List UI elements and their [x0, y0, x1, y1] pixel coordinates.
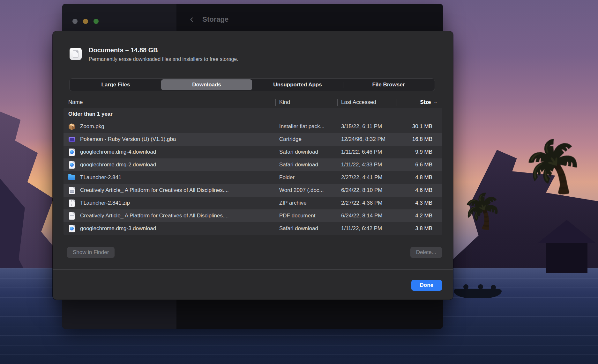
- file-name: googlechrome.dmg-4.download: [80, 149, 156, 155]
- package-icon: 📦: [68, 123, 75, 130]
- dialog-header: Documents – 14.88 GB Permanently erase d…: [70, 47, 238, 62]
- dialog-title: Documents – 14.88 GB: [89, 47, 238, 54]
- file-last-accessed: 2/27/22, 4:41 PM: [337, 174, 397, 181]
- table-body: 📦Zoom.pkgInstaller flat pack...3/15/22, …: [64, 120, 442, 235]
- file-last-accessed: 3/15/22, 6:11 PM: [337, 123, 397, 130]
- file-kind: Installer flat pack...: [275, 123, 337, 130]
- table-row[interactable]: Creatively Article_ A Platform for Creat…: [64, 184, 442, 197]
- file-size: 16.8 MB: [397, 136, 437, 142]
- folder-icon: [68, 174, 75, 181]
- safari-download-icon: [68, 161, 75, 169]
- file-name: Pokemon - Ruby Version (U) (V1.1).gba: [80, 136, 176, 142]
- file-name-cell: TLauncher-2.841.zip: [68, 199, 275, 207]
- column-header-size[interactable]: Size ⌄: [397, 99, 437, 106]
- file-name: Zoom.pkg: [80, 123, 104, 130]
- storage-documents-dialog: Documents – 14.88 GB Permanently erase d…: [53, 31, 453, 300]
- pdf-doc-icon: [68, 212, 75, 220]
- table-row[interactable]: Pokemon - Ruby Version (U) (V1.1).gbaCar…: [64, 133, 442, 146]
- table-row[interactable]: 📦Zoom.pkgInstaller flat pack...3/15/22, …: [64, 120, 442, 133]
- file-size: 4.2 MB: [397, 213, 437, 219]
- file-name: Creatively Article_ A Platform for Creat…: [80, 187, 229, 193]
- table-row[interactable]: TLauncher-2.841.zipZIP archive2/27/22, 4…: [64, 197, 442, 209]
- file-kind: Safari download: [275, 149, 337, 155]
- file-last-accessed: 6/24/22, 8:14 PM: [337, 213, 397, 219]
- documents-icon: [70, 48, 82, 60]
- word-doc-icon: [68, 186, 75, 194]
- file-kind: PDF document: [275, 213, 337, 219]
- sort-chevron-icon: ⌄: [433, 99, 437, 105]
- dialog-subtitle: Permanently erase downloaded files and i…: [89, 56, 238, 62]
- palm-tree-icon: 🌴: [519, 134, 588, 200]
- done-button[interactable]: Done: [411, 280, 442, 291]
- file-size: 30.1 MB: [397, 123, 437, 130]
- file-kind: Cartridge: [275, 136, 337, 142]
- file-last-accessed: 1/11/22, 4:33 PM: [337, 162, 397, 168]
- cartridge-icon: [68, 135, 75, 143]
- file-name-cell: Pokemon - Ruby Version (U) (V1.1).gba: [68, 135, 275, 143]
- column-header-last-accessed[interactable]: Last Accessed: [337, 99, 397, 106]
- safari-download-icon: [68, 225, 75, 232]
- zip-icon: [68, 199, 75, 207]
- file-last-accessed: 6/24/22, 8:10 PM: [337, 187, 397, 193]
- file-name: googlechrome.dmg-2.download: [80, 162, 156, 168]
- file-kind: Safari download: [275, 162, 337, 168]
- table-row[interactable]: googlechrome.dmg-4.downloadSafari downlo…: [64, 146, 442, 158]
- file-name-cell: TLauncher-2.841: [68, 174, 275, 181]
- table-row[interactable]: googlechrome.dmg-3.downloadSafari downlo…: [64, 222, 442, 235]
- desktop: 🌴 🌴 ‹ Storage Documents – 14.88 GB Perma…: [0, 0, 598, 364]
- file-kind: Folder: [275, 174, 337, 181]
- file-size: 4.3 MB: [397, 200, 437, 206]
- file-name: Creatively Article_ A Platform for Creat…: [80, 213, 229, 219]
- wallpaper-hut: [538, 220, 595, 273]
- file-name-cell: googlechrome.dmg-4.download: [68, 148, 275, 156]
- footer-divider: [53, 269, 453, 270]
- file-name-cell: 📦Zoom.pkg: [68, 123, 275, 130]
- tab-unsupported-apps[interactable]: Unsupported Apps: [252, 79, 343, 90]
- file-last-accessed: 2/27/22, 4:38 PM: [337, 200, 397, 206]
- file-kind: Word 2007 (.doc...: [275, 187, 337, 193]
- wallpaper-boat: [454, 289, 502, 298]
- file-last-accessed: 1/11/22, 6:46 PM: [337, 149, 397, 155]
- file-kind: ZIP archive: [275, 200, 337, 206]
- table-header: Name Kind Last Accessed Size ⌄: [64, 97, 442, 108]
- file-size: 9.9 MB: [397, 149, 437, 155]
- file-name-cell: Creatively Article_ A Platform for Creat…: [68, 186, 275, 194]
- file-name: googlechrome.dmg-3.download: [80, 225, 156, 232]
- file-table: Older than 1 year 📦Zoom.pkgInstaller fla…: [64, 108, 442, 235]
- file-size: 4.6 MB: [397, 187, 437, 193]
- action-buttons: Show in Finder Delete...: [67, 247, 442, 258]
- column-header-kind[interactable]: Kind: [275, 99, 337, 106]
- safari-download-icon: [68, 148, 75, 156]
- file-size: 4.8 MB: [397, 174, 437, 181]
- table-row[interactable]: Creatively Article_ A Platform for Creat…: [64, 209, 442, 222]
- file-last-accessed: 12/24/96, 8:32 PM: [337, 136, 397, 142]
- file-name-cell: googlechrome.dmg-3.download: [68, 225, 275, 232]
- file-kind: Safari download: [275, 225, 337, 232]
- delete-button[interactable]: Delete...: [410, 247, 442, 258]
- file-name-cell: Creatively Article_ A Platform for Creat…: [68, 212, 275, 220]
- show-in-finder-button[interactable]: Show in Finder: [67, 247, 115, 258]
- section-header: Older than 1 year: [64, 108, 442, 120]
- table-row[interactable]: TLauncher-2.841Folder2/27/22, 4:41 PM4.8…: [64, 171, 442, 184]
- file-name-cell: googlechrome.dmg-2.download: [68, 161, 275, 169]
- table-row[interactable]: googlechrome.dmg-2.downloadSafari downlo…: [64, 158, 442, 171]
- file-name: TLauncher-2.841: [80, 174, 121, 181]
- file-last-accessed: 1/11/22, 6:42 PM: [337, 225, 397, 232]
- file-size: 3.8 MB: [397, 225, 437, 232]
- tab-downloads[interactable]: Downloads: [161, 79, 252, 90]
- tab-bar: Large FilesDownloadsUnsupported AppsFile…: [69, 78, 435, 91]
- tab-file-browser[interactable]: File Browser: [343, 79, 434, 90]
- file-name: TLauncher-2.841.zip: [80, 200, 130, 206]
- column-header-name[interactable]: Name: [68, 99, 275, 106]
- tab-large-files[interactable]: Large Files: [70, 79, 161, 90]
- palm-tree-icon: 🌴: [460, 190, 505, 232]
- file-size: 6.6 MB: [397, 162, 437, 168]
- column-header-size-label: Size: [420, 99, 431, 106]
